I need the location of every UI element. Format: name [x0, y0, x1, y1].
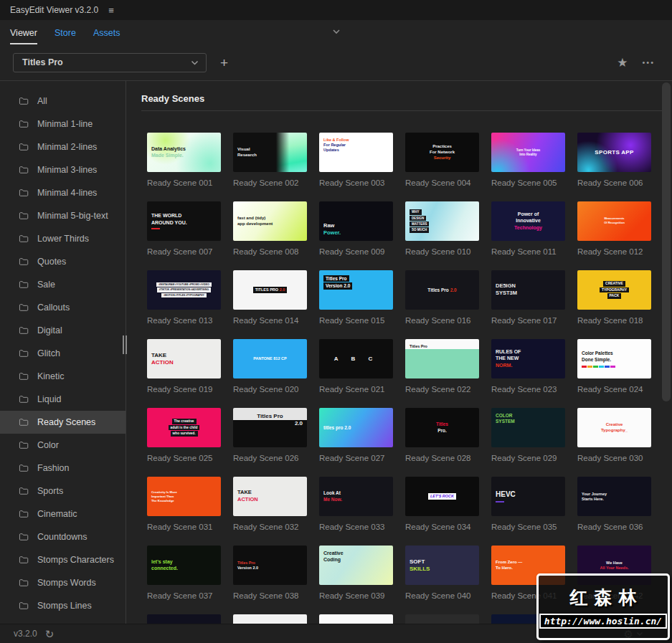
scrollbar-thumb[interactable] [662, 82, 671, 401]
hamburger-menu-icon[interactable]: ≡ [108, 5, 114, 16]
scene-thumbnail: COLORSYSTEM [491, 408, 565, 447]
sidebar-item-label: Minimal 5-big-text [37, 211, 108, 221]
sidebar-item-all[interactable]: All [0, 90, 126, 113]
scene-card[interactable]: THE WORLDAROUND YOU.Ready Scene 007 [147, 201, 221, 256]
scene-card[interactable]: CreativeTypography_Ready Scene 030 [577, 408, 651, 462]
scene-card-partial[interactable] [147, 614, 221, 624]
scene-card[interactable]: fast and (tidy)app developmentReady Scen… [233, 201, 307, 256]
scene-card[interactable]: WHYDESIGNMATTERSSO MUCHReady Scene 010 [405, 201, 479, 256]
scene-thumb-text: #INSTAGRAM #YOUTUBE #PROMO #VIDEO [156, 282, 212, 287]
scene-card[interactable]: DE5IGNSYST3MReady Scene 017 [491, 270, 565, 325]
scene-card[interactable]: Power ofInnovativeTechnologyReady Scene … [491, 201, 565, 256]
scene-card[interactable]: CREATIVETYPOGRAPHYPACKReady Scene 018 [577, 270, 651, 325]
preset-dropdown[interactable]: Titles Pro [13, 53, 207, 72]
scene-card-partial[interactable] [319, 614, 393, 624]
scene-card[interactable]: TAKEACTIONReady Scene 032 [233, 477, 307, 531]
scene-thumbnail: let's stayconnected. [147, 546, 221, 585]
sidebar-item-sports[interactable]: Sports [0, 480, 126, 503]
scene-card[interactable]: #INSTAGRAM #YOUTUBE #PROMO #VIDEO#TIKTOK… [147, 270, 221, 325]
sidebar-item-cinematic[interactable]: Cinematic [0, 503, 126, 525]
scene-card[interactable]: SPORTS APPReady Scene 006 [577, 133, 651, 187]
folder-icon [19, 143, 29, 151]
scene-card[interactable]: TitlesPro.Ready Scene 028 [405, 408, 479, 462]
scene-card[interactable]: PANTONE 812 CPReady Scene 020 [233, 339, 307, 394]
scene-thumb-text: TAKE [237, 490, 252, 496]
sidebar: AllMinimal 1-lineMinimal 2-linesMinimal … [0, 81, 126, 624]
tab-viewer[interactable]: Viewer [10, 28, 37, 44]
sidebar-item-minimal-3-lines[interactable]: Minimal 3-lines [0, 158, 126, 181]
tab-assets[interactable]: Assets [93, 28, 120, 44]
scene-thumb-text: PANTONE 812 CP [253, 356, 286, 361]
scene-card[interactable]: HEVCReady Scene 035 [491, 477, 565, 531]
sidebar-item-minimal-1-line[interactable]: Minimal 1-line [0, 113, 126, 135]
scene-card[interactable]: Look AtMe Now.Ready Scene 033 [319, 477, 393, 531]
scene-card[interactable]: SOFTSKILLSReady Scene 040 [405, 546, 479, 600]
sidebar-resize-handle[interactable] [123, 335, 129, 354]
scene-card-partial[interactable] [233, 614, 307, 624]
sidebar-item-minimal-4-lines[interactable]: Minimal 4-lines [0, 181, 126, 204]
sidebar-item-liquid[interactable]: Liquid [0, 388, 126, 411]
scene-card-partial[interactable] [405, 614, 479, 624]
scene-card[interactable]: RawPower.Ready Scene 009 [319, 201, 393, 256]
scene-card[interactable]: Titles ProVersion 2.0Ready Scene 038 [233, 546, 307, 600]
scene-card[interactable]: LET'S ROCKReady Scene 034 [405, 477, 479, 531]
sidebar-item-minimal-5-big-text[interactable]: Minimal 5-big-text [0, 204, 126, 227]
sidebar-item-lower-thirds[interactable]: Lower Thirds [0, 227, 126, 250]
sidebar-item-digital[interactable]: Digital [0, 319, 126, 342]
scene-label: Ready Scene 010 [405, 247, 479, 256]
scene-card[interactable]: A B CReady Scene 021 [319, 339, 393, 394]
scene-card[interactable]: PracticesFor NetworkSecurityReady Scene … [405, 133, 479, 187]
sidebar-item-stomps-lines[interactable]: Stomps Lines [0, 594, 126, 617]
scene-thumb-text: Starts Here. [582, 497, 604, 501]
sidebar-item-glitch[interactable]: Glitch [0, 342, 126, 365]
refresh-icon[interactable]: ↻ [45, 629, 55, 639]
sidebar-item-kinetic[interactable]: Kinetic [0, 365, 126, 388]
scene-card[interactable]: titles pro 2.0Ready Scene 027 [319, 408, 393, 462]
scene-card[interactable]: Titles Pro 2.0Ready Scene 016 [405, 270, 479, 325]
scene-thumb-text: Look At [323, 490, 341, 496]
sidebar-item-countdowns[interactable]: Countdowns [0, 525, 126, 548]
scene-card[interactable]: COLORSYSTEMReady Scene 029 [491, 408, 565, 462]
scene-label: Ready Scene 022 [405, 385, 479, 394]
sidebar-item-stomps-words[interactable]: Stomps Words [0, 571, 126, 594]
folder-icon [19, 280, 29, 289]
scene-thumb-text: MATTERS [410, 222, 429, 227]
scene-card[interactable]: MeasurementsOf RecognitionReady Scene 01… [577, 201, 651, 256]
scene-card[interactable]: Titles Pro2.0Ready Scene 026 [233, 408, 307, 462]
sidebar-item-ready-scenes[interactable]: Ready Scenes [0, 411, 126, 434]
scene-card[interactable]: Titles ProVersion 2.0Ready Scene 015 [319, 270, 393, 325]
scene-card[interactable]: Turn Your IdeasInto RealityReady Scene 0… [491, 133, 565, 187]
scene-card[interactable]: TAKEACTIONReady Scene 019 [147, 339, 221, 394]
sidebar-item-quotes[interactable]: Quotes [0, 250, 126, 273]
collapse-chevron-icon[interactable] [332, 29, 341, 34]
scene-thumb-text: Visual [237, 147, 250, 152]
sidebar-item-label: Stomps Characters [37, 555, 114, 565]
scene-card[interactable]: Creativity Is MoreImportant ThanThe Know… [147, 477, 221, 531]
scene-card[interactable]: The creativeadult is the childwho surviv… [147, 408, 221, 462]
scene-label: Ready Scene 020 [233, 385, 307, 394]
scene-thumb-text: From Zero — [496, 560, 522, 565]
sidebar-item-fashion[interactable]: Fashion [0, 457, 126, 480]
scene-card[interactable]: Color PalettesDone Simple.Ready Scene 02… [577, 339, 651, 394]
sidebar-item-sale[interactable]: Sale [0, 273, 126, 296]
add-preset-button[interactable]: + [220, 56, 228, 70]
more-options-button[interactable]: ••• [642, 58, 655, 67]
scene-card[interactable]: Your JourneyStarts Here.Ready Scene 036 [577, 477, 651, 531]
scene-card[interactable]: let's stayconnected.Ready Scene 037 [147, 546, 221, 600]
scene-card[interactable]: CreativeCodingReady Scene 039 [319, 546, 393, 600]
scene-card[interactable]: TITLES PRO 2.0Ready Scene 014 [233, 270, 307, 325]
sidebar-item-color[interactable]: Color [0, 434, 126, 457]
sidebar-item-callouts[interactable]: Callouts [0, 296, 126, 319]
scene-card[interactable]: RULES OFTHE NEWNORM.Ready Scene 023 [491, 339, 565, 394]
scene-card[interactable]: Titles ProReady Scene 022 [405, 339, 479, 394]
scene-card[interactable]: Like & FollowFor RegularUpdatesReady Sce… [319, 133, 393, 187]
tab-store[interactable]: Store [55, 28, 76, 44]
sidebar-item-minimal-2-lines[interactable]: Minimal 2-lines [0, 135, 126, 158]
scene-label: Ready Scene 031 [147, 523, 221, 531]
scene-thumb-text: connected. [151, 566, 178, 571]
scene-card[interactable]: Data AnalyticsMade Simple.Ready Scene 00… [147, 133, 221, 187]
favorite-star-icon[interactable]: ★ [617, 55, 628, 70]
sidebar-item-label: Quotes [37, 257, 66, 267]
scene-card[interactable]: VisualResearchReady Scene 002 [233, 133, 307, 187]
sidebar-item-stomps-characters[interactable]: Stomps Characters [0, 548, 126, 571]
